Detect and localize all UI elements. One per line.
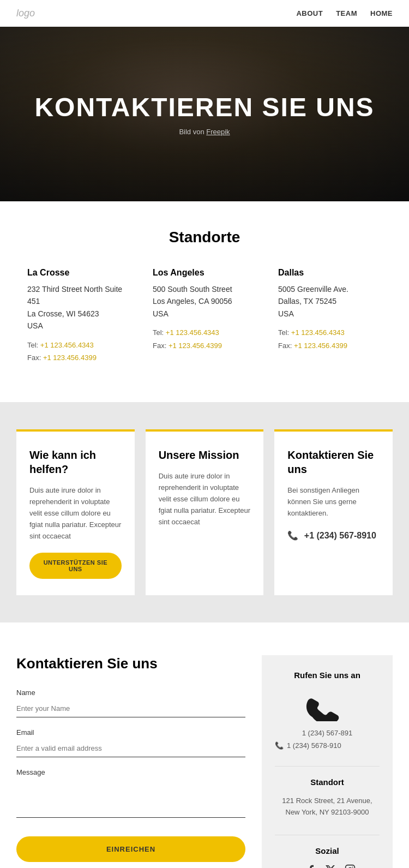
card-contact-text: Bei sonstigen Anliegen können Sie uns ge… <box>287 485 380 519</box>
social-title: Sozial <box>275 846 380 855</box>
social-section: Sozial  <box>275 846 380 868</box>
call-section: Rufen Sie uns an 1 (234) 567-891 📞 1 (23… <box>275 671 380 750</box>
location-losangeles-fax[interactable]: +1 123.456.4399 <box>169 342 222 350</box>
divider1 <box>275 766 380 767</box>
phone2-icon: 📞 <box>275 741 284 750</box>
location-lacrosse-fax[interactable]: +1 123.456.4399 <box>43 354 97 362</box>
svg-point-2 <box>352 867 353 868</box>
card-help-button[interactable]: UNTERSTÜTZEN SIE UNS <box>29 553 122 579</box>
location-lacrosse-contact: Tel: +1 123.456.4343 Fax: +1 123.456.439… <box>27 339 131 364</box>
hero-link[interactable]: Freepik <box>206 128 230 136</box>
location-info-text: 121 Rock Street, 21 Avenue,New York, NY … <box>275 795 380 818</box>
message-label: Message <box>16 768 245 776</box>
instagram-icon[interactable] <box>345 864 356 868</box>
location-losangeles-tel[interactable]: +1 123.456.4343 <box>166 328 219 337</box>
hero-subtitle: Bild von Freepik <box>34 128 374 136</box>
card-contact-title: Kontaktieren Sie uns <box>287 448 380 476</box>
submit-button[interactable]: EINREICHEN <box>16 836 245 862</box>
location-losangeles: Los Angeles 500 South South StreetLos An… <box>147 268 262 364</box>
card-help: Wie kann ich helfen? Duis aute irure dol… <box>16 429 135 595</box>
logo: logo <box>16 8 35 19</box>
name-input[interactable] <box>16 700 245 717</box>
card-contact-phone: 📞 +1 (234) 567-8910 <box>287 530 380 541</box>
contact-form-column: Kontaktieren Sie uns Name Email Message … <box>16 655 245 862</box>
location-info-title: Standort <box>275 777 380 787</box>
cards-section: Wie kann ich helfen? Duis aute irure dol… <box>0 402 409 622</box>
nav-about[interactable]: ABOUT <box>296 9 323 17</box>
contact-form: Name Email Message EINREICHEN <box>16 689 245 862</box>
location-lacrosse-tel[interactable]: +1 123.456.4343 <box>40 341 94 349</box>
contact-section: Kontaktieren Sie uns Name Email Message … <box>0 622 409 868</box>
divider2 <box>275 835 380 835</box>
x-twitter-icon[interactable] <box>325 864 336 868</box>
message-textarea[interactable] <box>16 780 245 818</box>
location-dallas: Dallas 5005 Greenville Ave.Dallas, TX 75… <box>273 268 387 364</box>
location-losangeles-contact: Tel: +1 123.456.4343 Fax: +1 123.456.439… <box>153 326 256 352</box>
locations-grid: La Crosse 232 Third Street North Suite 4… <box>22 268 387 364</box>
message-form-group: Message <box>16 768 245 820</box>
phone-image <box>275 689 380 723</box>
nav-team[interactable]: TEAM <box>336 9 357 17</box>
location-dallas-name: Dallas <box>278 268 382 278</box>
social-icons-row:  <box>275 864 380 868</box>
email-input[interactable] <box>16 740 245 757</box>
phone2-container: 📞 1 (234) 5678-910 <box>275 741 380 750</box>
card-mission: Unsere Mission Duis aute irure dolor in … <box>146 429 264 595</box>
contact-form-title: Kontaktieren Sie uns <box>16 655 245 672</box>
phone2: 1 (234) 5678-910 <box>287 741 341 750</box>
hero-title: KONTAKTIEREN SIE UNS <box>34 92 374 122</box>
card-help-text: Duis aute irure dolor in reprehenderit i… <box>29 485 122 542</box>
name-form-group: Name <box>16 689 245 717</box>
location-losangeles-address: 500 South South StreetLos Angeles, CA 90… <box>153 283 256 320</box>
hero-section: KONTAKTIEREN SIE UNS Bild von Freepik <box>0 27 409 201</box>
nav-home[interactable]: HOME <box>370 9 393 17</box>
location-losangeles-name: Los Angeles <box>153 268 256 278</box>
location-lacrosse: La Crosse 232 Third Street North Suite 4… <box>22 268 136 364</box>
hero-content: KONTAKTIEREN SIE UNS Bild von Freepik <box>34 92 374 136</box>
location-dallas-fax[interactable]: +1 123.456.4399 <box>294 342 347 350</box>
card-contact: Kontaktieren Sie uns Bei sonstigen Anlie… <box>274 429 393 595</box>
card-mission-text: Duis aute irure dolor in reprehenderit i… <box>159 471 251 528</box>
phone-icon: 📞 <box>287 531 298 540</box>
location-dallas-contact: Tel: +1 123.456.4343 Fax: +1 123.456.439… <box>278 326 382 352</box>
standorte-section: Standorte La Crosse 232 Third Street Nor… <box>0 201 409 380</box>
phone1: 1 (234) 567-891 <box>275 729 380 737</box>
cards-grid: Wie kann ich helfen? Duis aute irure dol… <box>16 429 393 595</box>
standorte-title: Standorte <box>22 229 387 246</box>
location-lacrosse-name: La Crosse <box>27 268 131 278</box>
email-label: Email <box>16 728 245 737</box>
location-dallas-address: 5005 Greenville Ave.Dallas, TX 75245USA <box>278 283 382 320</box>
name-label: Name <box>16 689 245 697</box>
location-dallas-tel[interactable]: +1 123.456.4343 <box>291 328 345 337</box>
location-lacrosse-address: 232 Third Street North Suite 451La Cross… <box>27 283 131 332</box>
call-title: Rufen Sie uns an <box>275 671 380 680</box>
email-form-group: Email <box>16 728 245 757</box>
info-card: Rufen Sie uns an 1 (234) 567-891 📞 1 (23… <box>262 655 393 868</box>
navigation: ABOUT TEAM HOME <box>296 9 393 17</box>
card-mission-title: Unsere Mission <box>159 448 251 462</box>
location-info-section: Standort 121 Rock Street, 21 Avenue,New … <box>275 777 380 818</box>
card-help-title: Wie kann ich helfen? <box>29 448 122 476</box>
header: logo ABOUT TEAM HOME <box>0 0 409 27</box>
facebook-icon[interactable]:  <box>299 864 316 868</box>
